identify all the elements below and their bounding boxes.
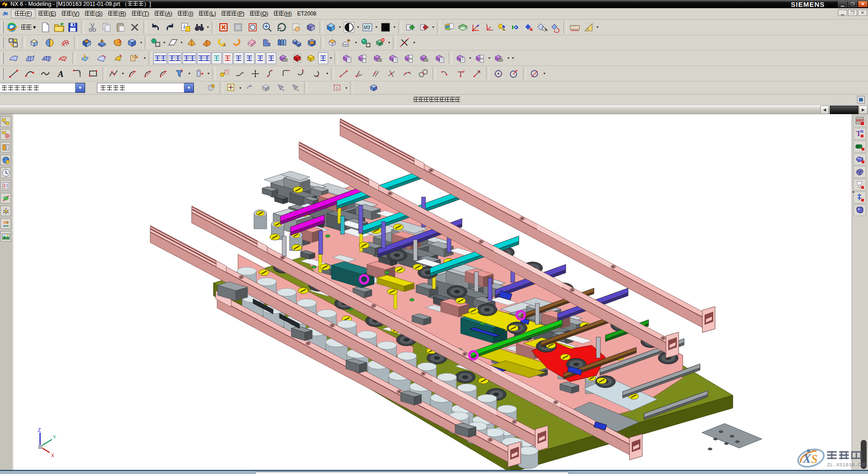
svg-text:x: x [424, 56, 426, 59]
svg-text:X: X [51, 453, 55, 458]
svg-text:Y: Y [53, 434, 56, 440]
svg-text:x: x [378, 56, 380, 59]
svg-text:A: A [57, 69, 64, 79]
svg-text:x: x [284, 56, 286, 59]
svg-text:x: x [499, 56, 501, 59]
svg-text:S: S [811, 452, 818, 466]
svg-text:KEY: KEY [856, 118, 864, 122]
svg-text:Z: Z [38, 427, 41, 433]
svg-text:ZL.XS1616.COM: ZL.XS1616.COM [827, 462, 865, 468]
svg-text:M3: M3 [364, 25, 370, 30]
svg-text:X: X [802, 452, 812, 465]
